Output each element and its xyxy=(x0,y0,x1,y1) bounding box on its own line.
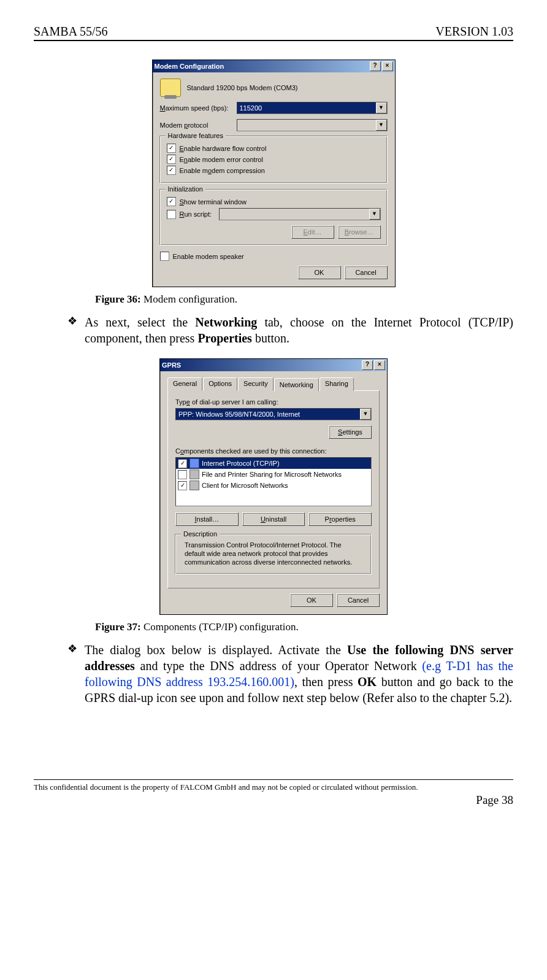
tab-networking[interactable]: Networking xyxy=(274,378,319,392)
hwerror-label: Enable modem error controlEnable modem e… xyxy=(180,156,263,163)
install-button[interactable]: Install…Install… xyxy=(175,512,239,526)
checkbox-hwflow[interactable]: ✓ xyxy=(167,144,176,153)
components-label: Components checked are used by this conn… xyxy=(175,447,372,455)
dialog2-titlebar: GPRS ? × xyxy=(160,359,387,371)
instruction-bullet-2: ❖ The dialog box below is displayed. Act… xyxy=(67,642,513,706)
dialog-titlebar: Modem Configuration ? × xyxy=(153,60,395,72)
server-type-value: PPP: Windows 95/98/NT4/2000, Internet xyxy=(178,411,300,418)
header-left: SAMBA 55/56 xyxy=(34,25,108,39)
page-number: Page 38 xyxy=(34,793,513,807)
speaker-label: Enable modem speaker xyxy=(173,253,244,260)
hwflow-label: Enable hardware flow controlEnable hardw… xyxy=(180,145,267,152)
tab-bar: General Options Security Networking Shar… xyxy=(167,377,380,391)
properties-button[interactable]: PropertiesProperties xyxy=(308,512,372,526)
chevron-down-icon: ▼ xyxy=(376,120,387,131)
chevron-down-icon[interactable]: ▼ xyxy=(360,409,371,420)
protocol-label: Modem protocolModem protocol xyxy=(160,122,237,129)
tab-sharing[interactable]: Sharing xyxy=(319,377,354,391)
cancel-button[interactable]: Cancel xyxy=(345,266,388,279)
hardware-legend: Hardware features xyxy=(166,132,226,139)
browse-button: Browse…Browse… xyxy=(338,225,381,239)
figure-37: GPRS ? × General Options Security Networ… xyxy=(34,358,513,615)
chevron-down-icon[interactable]: ▼ xyxy=(376,102,387,114)
component-label: Internet Protocol (TCP/IP) xyxy=(202,460,280,467)
figure-37-caption: Figure 37: Components (TCP/IP) configura… xyxy=(95,621,513,633)
tab-panel-networking: Type of dial-up server I am calling:Type… xyxy=(167,390,380,588)
hwcomp-label: Enable modem compressionEnable modem com… xyxy=(180,167,265,174)
header-right: VERSION 1.03 xyxy=(435,25,513,39)
tab-general[interactable]: General xyxy=(167,377,202,391)
protocol-select: ▼ xyxy=(237,119,388,131)
runscript-select: ▼ xyxy=(219,208,380,220)
client-icon xyxy=(189,480,199,490)
checkbox-speaker[interactable] xyxy=(160,252,169,261)
page-header: SAMBA 55/56 VERSION 1.03 xyxy=(34,25,513,41)
dialog2-title: GPRS xyxy=(162,361,181,369)
chevron-down-icon: ▼ xyxy=(369,209,380,220)
confidential-notice: This confidential document is the proper… xyxy=(34,782,513,792)
close-icon[interactable]: × xyxy=(382,61,393,71)
maxspeed-label: MMaximum speed (bps):aximum speed (bps): xyxy=(160,104,237,112)
ok-button[interactable]: OK xyxy=(298,266,341,279)
edit-button: Edit…Edit… xyxy=(291,225,334,239)
figure-36: Modem Configuration ? × Standard 19200 b… xyxy=(34,60,513,287)
description-text: Transmission Control Protocol/Internet P… xyxy=(182,540,365,568)
protocol-icon xyxy=(189,458,199,468)
component-label: File and Printer Sharing for Microsoft N… xyxy=(202,471,342,478)
checkbox-runscript[interactable] xyxy=(167,210,176,219)
init-legend: Initialization xyxy=(166,185,205,193)
dialog-title: Modem Configuration xyxy=(155,63,224,70)
hardware-features-group: Hardware features ✓Enable hardware flow … xyxy=(160,136,388,183)
component-label: Client for Microsoft Networks xyxy=(202,482,288,489)
maxspeed-value: 115200 xyxy=(240,104,262,112)
modem-icon xyxy=(160,79,181,97)
component-client[interactable]: ✓ Client for Microsoft Networks xyxy=(176,480,371,491)
ok-button[interactable]: OK xyxy=(290,593,333,607)
components-listbox[interactable]: ✓ Internet Protocol (TCP/IP) File and Pr… xyxy=(175,457,372,506)
component-fileprint[interactable]: File and Printer Sharing for Microsoft N… xyxy=(176,469,371,480)
service-icon xyxy=(189,469,199,479)
server-type-select[interactable]: PPP: Windows 95/98/NT4/2000, Internet ▼ xyxy=(175,408,372,420)
uninstall-button[interactable]: UninstallUninstall xyxy=(242,512,305,526)
instruction-bullet-1: ❖ As next, select the Networking tab, ch… xyxy=(67,314,513,346)
help-icon[interactable]: ? xyxy=(370,61,381,71)
modem-name: Standard 19200 bps Modem (COM3) xyxy=(187,84,298,91)
maxspeed-select[interactable]: 115200 ▼ xyxy=(237,102,388,114)
bullet-icon: ❖ xyxy=(67,314,77,346)
tab-security[interactable]: Security xyxy=(238,377,274,391)
checkbox-terminal[interactable]: ✓ xyxy=(167,197,176,206)
terminal-label: Show terminal windowShow terminal window xyxy=(180,198,247,206)
bullet-icon: ❖ xyxy=(67,642,77,706)
component-tcpip[interactable]: ✓ Internet Protocol (TCP/IP) xyxy=(176,458,371,469)
checkbox-hwcomp[interactable]: ✓ xyxy=(167,166,176,175)
type-label: Type of dial-up server I am calling:Type… xyxy=(175,398,372,406)
initialization-group: Initialization ✓Show terminal windowShow… xyxy=(160,190,388,245)
figure-36-caption: Figure 36: Modem configuration. xyxy=(95,293,513,306)
cancel-button[interactable]: Cancel xyxy=(337,593,380,607)
checkbox-hwerror[interactable]: ✓ xyxy=(167,155,176,164)
settings-button[interactable]: SettingsSettings xyxy=(329,425,372,439)
description-group: Description Transmission Control Protoco… xyxy=(175,534,372,574)
page-footer: This confidential document is the proper… xyxy=(34,779,513,807)
help-icon[interactable]: ? xyxy=(362,360,373,370)
close-icon[interactable]: × xyxy=(374,360,385,370)
tab-options[interactable]: Options xyxy=(203,377,237,391)
runscript-label: Run script:Run script: xyxy=(180,210,212,218)
description-legend: Description xyxy=(181,530,220,538)
